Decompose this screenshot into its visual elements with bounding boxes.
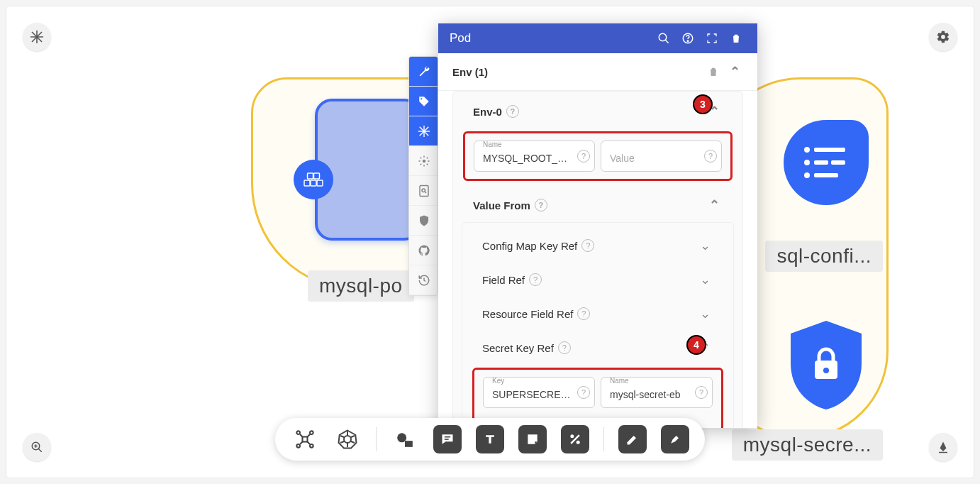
toolbar-separator	[603, 427, 604, 451]
help-icon[interactable]: ?	[704, 150, 717, 163]
pen-button[interactable]	[929, 433, 957, 461]
help-icon[interactable]: ?	[695, 386, 708, 399]
svg-point-40	[310, 444, 313, 448]
svg-point-39	[296, 444, 300, 448]
svg-point-5	[804, 147, 810, 153]
help-icon[interactable]: ?	[506, 105, 519, 118]
fullscreen-icon[interactable]	[702, 28, 722, 48]
help-icon[interactable]: ?	[577, 386, 590, 399]
marker-icon[interactable]	[661, 425, 689, 453]
config-map-key-ref-row[interactable]: Config Map Key Ref ? ⌄	[462, 229, 733, 263]
settings-button[interactable]	[929, 23, 957, 51]
help-icon[interactable]: ?	[577, 150, 590, 163]
configmap-label[interactable]: sql-confi...	[765, 241, 883, 272]
env-delete-icon[interactable]	[705, 63, 722, 80]
resource-field-ref-row[interactable]: Resource Field Ref ? ⌄	[462, 297, 733, 331]
search-icon[interactable]	[654, 28, 674, 48]
svg-point-35	[687, 40, 689, 42]
secret-key-ref-label: Secret Key Ref	[482, 342, 554, 354]
configmap-icon[interactable]	[784, 120, 869, 205]
pod-editor-panel: Pod Env (1) ⌃ 3 Env-0	[438, 23, 757, 428]
env-value-input[interactable]: Value ?	[601, 141, 722, 172]
rail-history-icon[interactable]	[409, 265, 438, 295]
pod-label[interactable]: mysql-po	[308, 270, 414, 302]
svg-line-41	[300, 434, 303, 437]
config-map-key-ref-label: Config Map Key Ref	[482, 240, 577, 252]
svg-line-42	[308, 434, 311, 437]
panel-title: Pod	[450, 31, 471, 45]
chevron-up-icon[interactable]: ⌃	[706, 197, 723, 214]
help-icon[interactable]: ?	[581, 239, 594, 252]
svg-rect-6	[814, 148, 845, 152]
value-from-label: Value From	[473, 199, 530, 211]
help-icon[interactable]: ?	[529, 273, 542, 286]
help-icon[interactable]	[678, 28, 698, 48]
svg-rect-8	[814, 160, 828, 165]
zoom-in-button[interactable]	[23, 433, 51, 461]
svg-point-38	[310, 431, 313, 434]
svg-point-13	[823, 368, 829, 373]
help-icon[interactable]: ?	[535, 199, 547, 211]
name-field-label: Name	[481, 141, 503, 149]
container-icon[interactable]	[294, 160, 333, 199]
secret-icon[interactable]	[784, 319, 869, 411]
svg-line-48	[350, 436, 355, 438]
field-ref-row[interactable]: Field Ref ? ⌄	[462, 263, 733, 297]
secret-label[interactable]: mysql-secre...	[732, 429, 883, 461]
help-icon[interactable]: ?	[577, 307, 590, 320]
panel-body: Env (1) ⌃ 3 Env-0 ? ⌃	[438, 53, 757, 428]
svg-point-28	[423, 159, 426, 163]
comment-icon[interactable]	[433, 425, 462, 453]
text-icon[interactable]	[476, 425, 504, 453]
svg-rect-1	[311, 180, 316, 186]
chevron-up-icon[interactable]: ⌃	[726, 63, 743, 80]
kubernetes-icon[interactable]	[333, 425, 362, 453]
chevron-down-icon[interactable]: ⌄	[696, 237, 713, 254]
bottom-toolbar	[275, 418, 705, 461]
edit-pencil-icon[interactable]	[618, 425, 647, 453]
svg-rect-0	[304, 180, 310, 186]
svg-rect-36	[303, 437, 308, 442]
svg-point-10	[804, 172, 810, 178]
topology-icon[interactable]	[291, 425, 319, 453]
svg-rect-4	[314, 173, 320, 179]
svg-point-32	[659, 33, 667, 41]
sticky-note-icon[interactable]	[518, 425, 547, 453]
svg-point-23	[421, 98, 422, 99]
help-icon[interactable]: ?	[558, 341, 571, 354]
rail-gear-icon[interactable]	[409, 146, 438, 176]
svg-line-52	[340, 436, 345, 438]
rail-github-icon[interactable]	[409, 236, 438, 265]
env-section-header[interactable]: Env (1) ⌃	[438, 53, 757, 90]
rail-shield-icon[interactable]	[409, 206, 438, 236]
env-name-input[interactable]: Name MYSQL_ROOT_PASSW ?	[474, 141, 595, 172]
svg-point-37	[296, 431, 300, 434]
rail-wrench-icon[interactable]	[409, 57, 438, 87]
secret-name-value: mysql-secret-eb	[610, 385, 691, 400]
svg-rect-2	[317, 180, 323, 186]
env-header-label: Env (1)	[452, 66, 488, 78]
secret-name-input[interactable]: Name mysql-secret-eb ?	[601, 377, 713, 408]
panel-side-rail	[408, 56, 438, 296]
svg-point-7	[804, 160, 810, 165]
svg-rect-9	[831, 160, 845, 165]
chevron-down-icon[interactable]: ⌄	[696, 271, 713, 288]
toolbar-separator	[376, 427, 377, 451]
svg-rect-11	[814, 173, 838, 177]
shapes-icon[interactable]	[391, 425, 419, 453]
delete-icon[interactable]	[726, 28, 746, 48]
svg-line-49	[350, 441, 355, 444]
field-ref-label: Field Ref	[482, 274, 525, 286]
callout-badge-3: 3	[693, 94, 713, 114]
rail-search-doc-icon[interactable]	[409, 176, 438, 206]
secret-key-input[interactable]: Key SUPERSECRETPASS ?	[483, 377, 595, 408]
rail-snowflake-icon[interactable]	[409, 116, 438, 146]
name-value-highlight: Name MYSQL_ROOT_PASSW ? Value ?	[463, 131, 733, 181]
svg-point-56	[570, 434, 574, 438]
snowflake-button[interactable]	[23, 23, 51, 51]
rail-tag-icon[interactable]	[409, 87, 438, 116]
percent-icon[interactable]	[561, 425, 589, 453]
chevron-down-icon[interactable]: ⌄	[696, 305, 713, 322]
value-from-header[interactable]: Value From ? ⌃	[453, 188, 742, 222]
svg-line-33	[665, 40, 669, 43]
